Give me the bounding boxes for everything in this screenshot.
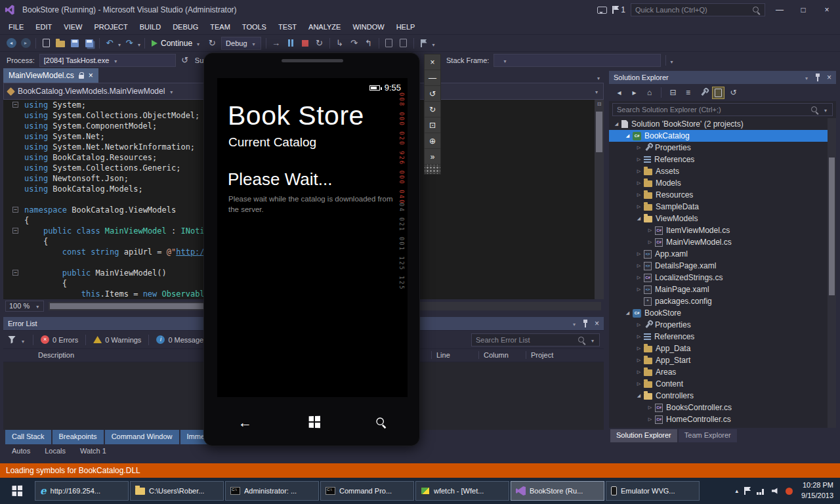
filter-dropdown-icon[interactable]: [20, 334, 26, 346]
menu-build[interactable]: BUILD: [134, 20, 167, 34]
refresh-button[interactable]: ↻: [205, 37, 219, 50]
show-all-files-button[interactable]: ≡: [682, 87, 694, 99]
debug-target-dropdown[interactable]: Debug: [221, 37, 261, 50]
tree-item-app-data[interactable]: ▷App_Data: [609, 343, 836, 354]
scrollbar-thumb[interactable]: [596, 112, 602, 152]
tab-command-window[interactable]: Command Window: [105, 430, 179, 444]
toolbar-grip[interactable]: [425, 165, 440, 174]
volume-icon[interactable]: [772, 488, 780, 495]
immediate-window-button[interactable]: [397, 37, 410, 50]
expander-icon[interactable]: ▷: [634, 334, 644, 339]
back-button[interactable]: ←: [238, 415, 252, 429]
tab-call-stack[interactable]: Call Stack: [5, 430, 51, 444]
emulator-screen[interactable]: 9:55 Book Store Current Catalog Please W…: [217, 78, 408, 397]
toolbar-options-icon[interactable]: [431, 37, 436, 49]
step-over-button[interactable]: ↷: [348, 37, 361, 50]
open-file-button[interactable]: [54, 37, 67, 50]
navbar-overflow-icon[interactable]: [594, 88, 599, 95]
tree-item-app-xaml[interactable]: ▷App.xaml: [609, 248, 836, 260]
tab-breakpoints[interactable]: Breakpoints: [52, 430, 104, 444]
column-header-project[interactable]: Project: [526, 351, 553, 359]
expander-icon[interactable]: ▷: [634, 322, 644, 327]
back-button[interactable]: ◂: [613, 87, 625, 99]
tree-item-properties[interactable]: ▷Properties: [609, 142, 836, 154]
menu-edit[interactable]: EDIT: [30, 20, 58, 34]
tree-item-packages-config[interactable]: packages.config: [609, 295, 836, 307]
taskbar-clock[interactable]: 10:28 PM 9/15/2013: [799, 480, 833, 501]
expander-icon[interactable]: ▷: [634, 369, 644, 375]
fold-collapse-icon[interactable]: −: [12, 102, 18, 108]
column-header-description[interactable]: Description: [33, 351, 74, 359]
tree-item-viewmodels[interactable]: ◢ViewModels: [609, 213, 836, 224]
network-icon[interactable]: [757, 488, 766, 495]
column-header-line[interactable]: Line: [431, 351, 450, 359]
taskbar-button-http-169-254[interactable]: ehttp://169.254...: [35, 481, 129, 501]
tree-item-itemviewmodel-cs[interactable]: ▷ItemViewModel.cs: [609, 224, 836, 236]
tab-team-explorer[interactable]: Team Explorer: [679, 429, 737, 442]
pin-icon[interactable]: [583, 320, 589, 327]
tree-item-resources[interactable]: ▷Resources: [609, 189, 836, 201]
sync-with-active-document-button[interactable]: ↺: [727, 87, 740, 99]
tab-solution-explorer[interactable]: Solution Explorer: [610, 429, 677, 442]
process-dropdown[interactable]: [2084] TaskHost.exe: [39, 54, 176, 67]
expander-icon[interactable]: ◢: [612, 121, 621, 127]
split-editor-icon[interactable]: ⊟: [595, 100, 604, 109]
breadcrumb[interactable]: BookCatalog.ViewModels.MainViewModel: [18, 87, 165, 96]
tree-item-areas[interactable]: ▷Areas: [609, 366, 836, 378]
tree-item-detailspage-xaml[interactable]: ▷DetailsPage.xaml: [609, 260, 836, 272]
menu-project[interactable]: PROJECT: [88, 20, 133, 34]
close-panel-icon[interactable]: [827, 74, 831, 81]
action-center-icon[interactable]: [744, 487, 751, 495]
redo-button[interactable]: ↷: [123, 37, 136, 50]
tree-item-references[interactable]: ▷References: [609, 331, 836, 343]
taskbar-button-administrator[interactable]: Administrator: ...: [225, 481, 319, 501]
menu-view[interactable]: VIEW: [58, 20, 88, 34]
taskbar-button-bookstore-ru[interactable]: BookStore (Ru...: [511, 481, 604, 501]
tree-item-localizedstrings-cs[interactable]: ▷LocalizedStrings.cs: [609, 272, 836, 284]
expand-toolbar-button[interactable]: »: [425, 149, 440, 165]
tree-item-solution-bookstore-2-projects[interactable]: ◢Solution 'BookStore' (2 projects): [609, 118, 836, 130]
redo-dropdown-icon[interactable]: [136, 37, 142, 49]
tree-item-models[interactable]: ▷Models: [609, 177, 836, 189]
expander-icon[interactable]: ◢: [623, 310, 633, 316]
emulator-minimize-button[interactable]: —: [425, 70, 440, 86]
tree-item-content[interactable]: ▷Content: [609, 378, 836, 390]
column-header-column[interactable]: Column: [478, 351, 509, 359]
expander-icon[interactable]: ◢: [634, 216, 644, 221]
home-button[interactable]: ⌂: [643, 87, 656, 99]
thread-icon[interactable]: ↺: [178, 54, 192, 67]
scrollbar-thumb[interactable]: [829, 158, 835, 295]
zoom-selector[interactable]: 100 %: [5, 301, 44, 312]
fold-collapse-icon[interactable]: −: [12, 228, 18, 234]
expander-icon[interactable]: ▷: [634, 180, 644, 186]
expander-icon[interactable]: ▷: [634, 145, 644, 150]
feedback-icon[interactable]: [597, 7, 607, 14]
step-out-button[interactable]: ↰: [362, 37, 375, 50]
expander-icon[interactable]: ▷: [645, 417, 655, 422]
editor-vertical-scrollbar[interactable]: [595, 109, 604, 299]
tab-locals[interactable]: Locals: [38, 444, 72, 459]
expander-icon[interactable]: ▷: [645, 405, 655, 410]
quick-launch-input[interactable]: Quick Launch (Ctrl+Q): [631, 3, 765, 16]
notifications-button[interactable]: 1: [612, 5, 625, 14]
menu-analyze[interactable]: ANALYZE: [303, 20, 346, 34]
bookmark-button[interactable]: [417, 37, 430, 50]
tree-item-controllers[interactable]: ◢Controllers: [609, 390, 836, 402]
expander-icon[interactable]: ◢: [623, 133, 633, 138]
menu-test[interactable]: TEST: [272, 20, 303, 34]
menu-team[interactable]: TEAM: [204, 20, 236, 34]
save-all-button[interactable]: [83, 37, 96, 50]
save-button[interactable]: [68, 37, 81, 50]
tree-item-bookcatalog[interactable]: ◢BookCatalog: [609, 130, 836, 142]
emulator-tray-icon[interactable]: [786, 488, 793, 495]
rotate-left-button[interactable]: ↺: [425, 86, 440, 102]
expander-icon[interactable]: ▷: [634, 157, 644, 162]
stop-debugging-button[interactable]: [299, 37, 312, 50]
menu-window[interactable]: WINDOW: [346, 20, 390, 34]
expander-icon[interactable]: ▷: [645, 240, 655, 245]
forward-button[interactable]: ▸: [628, 87, 640, 99]
menu-debug[interactable]: DEBUG: [167, 20, 204, 34]
errors-filter-button[interactable]: × 0 Errors: [41, 335, 78, 344]
window-position-icon[interactable]: [804, 74, 809, 81]
close-panel-icon[interactable]: [595, 320, 599, 327]
